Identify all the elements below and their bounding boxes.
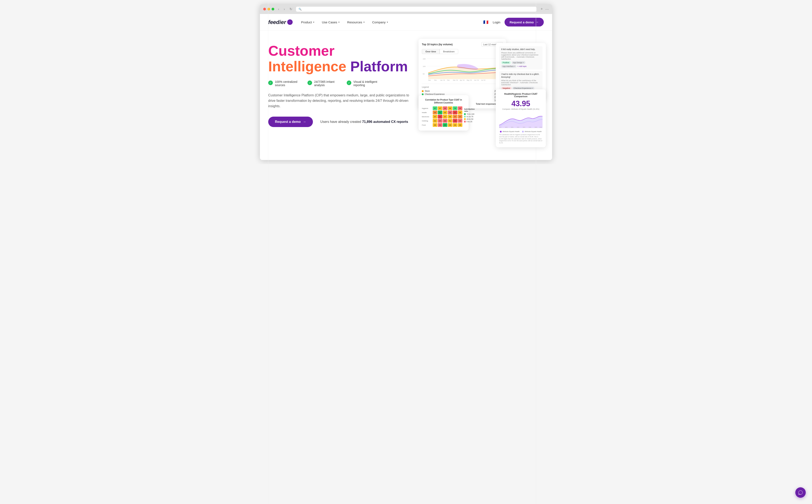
heatmap-content: Hygienic874734587833Health349143322149El… (422, 106, 465, 127)
svg-text:Mar '24: Mar '24 (453, 79, 458, 81)
nav-resources-chevron: ▾ (363, 21, 365, 24)
request-demo-button[interactable]: Request a demo → (505, 18, 544, 26)
browser-menu-button[interactable]: ··· (545, 7, 549, 11)
heatmap-cell: 33 (458, 119, 463, 123)
hero-heading-line2: Intelligence Platform (268, 58, 408, 74)
hero-demo-button[interactable]: Request a demo → (268, 117, 313, 127)
svg-text:50: 50 (423, 73, 425, 75)
tab-breakdown[interactable]: Breakdown (440, 49, 458, 54)
nav-item-product[interactable]: Product ▾ (301, 20, 314, 24)
heatmap-cell: 31 (438, 123, 442, 127)
heatmap-cell: 87 (433, 106, 437, 110)
svg-text:W30: W30 (511, 127, 514, 128)
heatmap-row: Food403190494449 (422, 123, 463, 127)
navbar: feedier Product ▾ Use Cases ▾ Resources … (260, 14, 552, 30)
browser-traffic-lights (263, 8, 274, 10)
legend-left-0: Store (422, 90, 430, 92)
browser-navigation: ‹ › ↻ (277, 6, 293, 12)
csat-title: Health/Hygienic Product CSAT Comparison (499, 93, 543, 98)
nav-item-usecases[interactable]: Use Cases ▾ (322, 20, 339, 24)
nav-product-chevron: ▾ (313, 21, 314, 24)
sat-legend-1: 76 to 100 (464, 113, 475, 115)
heatmap-cell: 33 (458, 106, 463, 110)
csat-score: 43.95 (499, 99, 543, 108)
csat-chart-svg: W27 W28 W30 W32 W34 W36 W38 W40 (499, 112, 543, 129)
csat-compare: Compare: Attribute of Equals Health (31.… (499, 108, 543, 110)
stats-text: Users have already created 71,896 automa… (320, 119, 408, 124)
address-bar[interactable]: 🔍 (296, 7, 537, 12)
nav-item-resources[interactable]: Resources ▾ (347, 20, 365, 24)
add-topic-1[interactable]: + Add topic (517, 65, 527, 67)
back-icon[interactable]: ‹ (277, 6, 280, 12)
login-button[interactable]: Login (493, 20, 500, 24)
nav-usecases-label: Use Cases (322, 20, 337, 24)
feedback-sub-1: Please share any additional comments or … (501, 52, 541, 60)
request-demo-label: Request a demo (510, 20, 534, 24)
sat-range-2: 51 to 75 (467, 116, 474, 118)
svg-text:W36: W36 (529, 127, 531, 128)
nav-item-company[interactable]: Company ▾ (372, 20, 388, 24)
feedback-text-2: I had to redo my checkout due to a glitc… (501, 73, 541, 79)
heatmap-cell: 49 (448, 123, 452, 127)
topic-tag-app-design[interactable]: App Design × (512, 61, 526, 64)
topic-tag-app-interface[interactable]: App Interface × (501, 65, 517, 68)
sat-legend-3: 26 to 50 (464, 118, 475, 120)
csat-legend-2: Attribute Equals Health (522, 131, 542, 132)
hero-right: Top 10 topics (by volume) Last 12 months… (419, 39, 544, 143)
hero-description: Customer Intelligence Platform (CIP) tha… (268, 93, 410, 109)
feature-3: ✓ Visual & intelligent reporting (347, 80, 380, 87)
hero-section: Customer Intelligence Platform ✓ 100% ce… (260, 30, 552, 156)
feedback-item-1: It felt really intuitive, didn't need he… (499, 46, 543, 69)
heatmap-cell: 91 (438, 111, 442, 114)
close-button[interactable] (263, 8, 266, 10)
heatmap-cell: 43 (443, 111, 447, 114)
hero-platform-text: Platform (350, 58, 408, 74)
heatmap-grid: Hygienic874734587833Health349143322149El… (422, 106, 463, 127)
heatmap-cell: 19 (453, 119, 457, 123)
language-flag[interactable]: 🇫🇷 (483, 20, 489, 25)
svg-text:100: 100 (423, 66, 426, 67)
heatmap-row-label: Electronic (422, 116, 432, 118)
hero-intelligence-text: Intelligence (268, 58, 346, 74)
sat-legend-4: 0 to 25 (464, 121, 475, 123)
hm-dot-4 (464, 121, 466, 122)
forward-icon[interactable]: › (282, 6, 286, 12)
heatmap-cell: 47 (433, 115, 437, 118)
heatmap-cell: 41 (433, 119, 437, 123)
svg-text:W38: W38 (535, 127, 537, 128)
csat-legend-label-1: Attribute Equals Health (503, 131, 520, 132)
nav-usecases-chevron: ▾ (338, 21, 339, 24)
feedback-text-1: It felt really intuitive, didn't need he… (501, 48, 541, 51)
heatmap-cell: 27 (438, 119, 442, 123)
logo-bubble-icon (287, 19, 293, 25)
heatmap-cell: 44 (453, 123, 457, 127)
new-tab-button[interactable]: + (541, 7, 543, 11)
hero-demo-label: Request a demo (275, 120, 301, 124)
heatmap-cell: 37 (458, 115, 463, 118)
csat-legend-1: Attribute Equals Health (500, 131, 520, 132)
heatmap-row: Health349143322149 (422, 111, 463, 114)
svg-text:Dec: Dec (434, 79, 437, 81)
csat-legend-label-2: Attribute Equals Health (525, 131, 542, 132)
heatmap-row: Hygienic874734587833 (422, 106, 463, 110)
hm-dot-1 (464, 113, 466, 115)
hero-actions: Request a demo → Users have already crea… (268, 117, 410, 127)
tab-over-time[interactable]: Over time (422, 49, 440, 54)
reload-icon[interactable]: ↻ (288, 6, 293, 12)
feature-2: ✓ 24/7/365 irritant analysis (307, 80, 341, 87)
heatmap-cell: 58 (448, 115, 452, 118)
browser-window: ‹ › ↻ 🔍 + ··· feedier Product ▾ Us (260, 4, 552, 160)
legend-dot-checkout (422, 93, 424, 95)
heatmap-cell: 49 (458, 111, 463, 114)
heatmap-row-label: Food (422, 124, 432, 126)
hm-dot-3 (464, 118, 466, 120)
logo[interactable]: feedier (268, 19, 293, 25)
svg-text:Jun '24: Jun '24 (474, 79, 479, 81)
maximize-button[interactable] (271, 8, 274, 10)
legend-dot-store (422, 90, 424, 92)
heatmap-cell: 34 (433, 111, 437, 114)
total-label: Total text responses (476, 103, 496, 105)
check-icon-2: ✓ (307, 81, 312, 85)
heatmap-card: Correlation for Product Type CSAT in Dif… (419, 95, 469, 131)
chart-title: Top 10 topics (by volume) (422, 43, 453, 46)
